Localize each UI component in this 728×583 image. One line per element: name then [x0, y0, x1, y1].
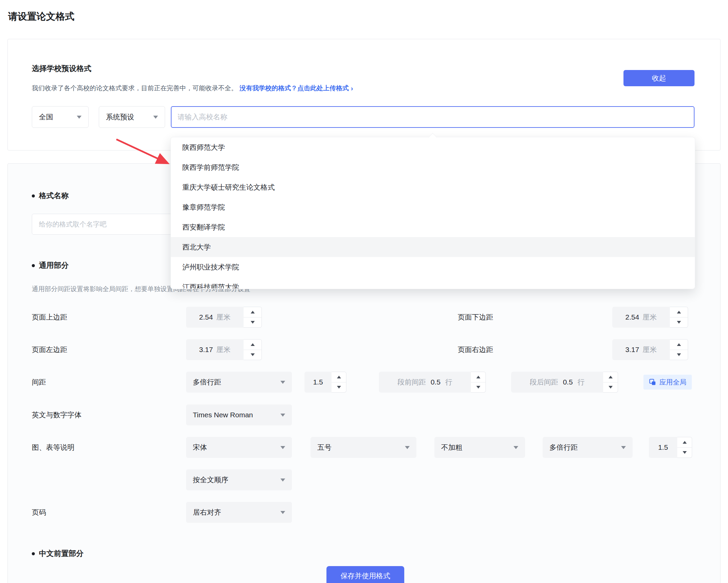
stepper-up-icon[interactable]: [244, 340, 261, 350]
stepper-down-icon[interactable]: [471, 382, 485, 393]
stepper-up-icon[interactable]: [670, 340, 688, 350]
general-heading-text: 通用部分: [39, 260, 69, 271]
space-after-number: 0.5: [563, 378, 573, 386]
source-filter-select[interactable]: 系统预设: [99, 106, 165, 128]
space-before-value[interactable]: 段前间距 0.5 行: [379, 372, 471, 393]
apply-global-button[interactable]: 应用全局: [643, 375, 692, 390]
caption-line-value[interactable]: 1.5: [649, 437, 677, 458]
school-option[interactable]: 江西科技师范大学: [171, 277, 695, 288]
page-number-label: 页码: [32, 502, 46, 523]
format-name-heading: 格式名称: [32, 191, 69, 201]
page-number-align-select[interactable]: 居右对齐: [186, 502, 292, 523]
caption-line-number: 1.5: [658, 443, 668, 451]
school-option[interactable]: 重庆大学硕士研究生论文格式: [171, 177, 695, 197]
caption-numbering-select[interactable]: 按全文顺序: [186, 469, 292, 490]
margin-left-unit: 厘米: [216, 345, 230, 354]
margin-right-unit: 厘米: [642, 345, 657, 354]
margin-left-number: 3.17: [199, 346, 213, 354]
stepper-down-icon[interactable]: [670, 318, 688, 328]
stepper-up-icon[interactable]: [471, 372, 485, 382]
margin-left-value[interactable]: 3.17 厘米: [186, 339, 244, 360]
chevron-down-icon: [153, 116, 158, 119]
chinese-front-heading: 中文前置部分: [32, 549, 84, 559]
preset-heading: 选择学校预设格式: [32, 64, 91, 74]
caption-line-value-control: 1.5: [649, 437, 692, 458]
margin-right-stepper: [670, 339, 688, 360]
line-spacing-mode-value: 多倍行距: [193, 377, 221, 387]
caption-font-select[interactable]: 宋体: [186, 437, 292, 458]
preset-card: 选择学校预设格式 我们收录了各个高校的论文格式要求，目前正在完善中，可能收录不全…: [7, 39, 721, 150]
caption-line-spacing-select[interactable]: 多倍行距: [543, 437, 633, 458]
margin-top-control: 2.54 厘米: [186, 307, 262, 328]
chevron-down-icon: [280, 381, 285, 384]
stepper-up-icon[interactable]: [244, 307, 261, 318]
margin-left-stepper: [244, 339, 262, 360]
general-section-heading: 通用部分: [32, 260, 69, 271]
page-title: 请设置论文格式: [8, 10, 74, 23]
margin-right-number: 3.17: [625, 346, 639, 354]
margin-bottom-unit: 厘米: [642, 312, 657, 322]
margin-right-label: 页面右边距: [458, 339, 493, 360]
margin-right-value[interactable]: 3.17 厘米: [612, 339, 670, 360]
stepper-up-icon[interactable]: [677, 437, 692, 448]
margin-top-value[interactable]: 2.54 厘米: [186, 307, 244, 328]
latin-font-value: Times New Roman: [193, 411, 253, 419]
space-before-label: 段前间距: [397, 377, 426, 387]
stepper-down-icon[interactable]: [244, 318, 261, 328]
caption-line-stepper: [677, 437, 692, 458]
margin-top-label: 页面上边距: [32, 307, 67, 328]
caption-label: 图、表等说明: [32, 437, 74, 458]
region-filter-select[interactable]: 全国: [32, 106, 89, 128]
stepper-down-icon[interactable]: [603, 382, 618, 393]
caption-weight-select[interactable]: 不加粗: [434, 437, 525, 458]
bullet-icon: [32, 264, 35, 267]
chevron-down-icon: [77, 116, 82, 119]
caption-size-value: 五号: [317, 443, 332, 452]
space-after-value[interactable]: 段后间距 0.5 行: [511, 372, 603, 393]
chevron-right-icon: ›: [351, 85, 353, 92]
stepper-up-icon[interactable]: [332, 372, 346, 382]
school-option[interactable]: 泸州职业技术学院: [171, 257, 695, 277]
caption-font-value: 宋体: [193, 443, 207, 452]
line-spacing-mode-select[interactable]: 多倍行距: [186, 372, 292, 393]
margin-bottom-control: 2.54 厘米: [612, 307, 688, 328]
chevron-down-icon: [514, 446, 518, 449]
school-dropdown-panel: 陕西师范大学 陕西学前师范学院 重庆大学硕士研究生论文格式 豫章师范学院 西安翻…: [170, 137, 695, 289]
stepper-down-icon[interactable]: [332, 382, 346, 393]
school-option-highlighted[interactable]: 西北大学: [171, 237, 695, 257]
save-and-use-button[interactable]: 保存并使用格式: [326, 566, 404, 583]
caption-line-spacing-value: 多倍行距: [549, 443, 578, 452]
caption-size-select[interactable]: 五号: [311, 437, 416, 458]
school-option[interactable]: 西安翻译学院: [171, 217, 695, 237]
collapse-button[interactable]: 收起: [623, 70, 695, 86]
school-search-input[interactable]: [171, 106, 695, 128]
upload-format-link[interactable]: 没有我学校的格式？点击此处上传格式: [240, 84, 349, 93]
space-before-control: 段前间距 0.5 行: [379, 372, 486, 393]
line-spacing-stepper: [332, 372, 346, 393]
chevron-down-icon: [405, 446, 410, 449]
margin-bottom-value[interactable]: 2.54 厘米: [612, 307, 670, 328]
region-filter-value: 全国: [39, 112, 53, 122]
school-dropdown-list: 陕西师范大学 陕西学前师范学院 重庆大学硕士研究生论文格式 豫章师范学院 西安翻…: [171, 137, 695, 288]
stepper-down-icon[interactable]: [677, 448, 692, 458]
space-after-label: 段后间距: [530, 377, 558, 387]
margin-bottom-stepper: [670, 307, 688, 328]
caption-weight-value: 不加粗: [441, 443, 462, 452]
source-filter-value: 系统预设: [106, 112, 134, 122]
stepper-up-icon[interactable]: [670, 307, 688, 318]
line-spacing-value[interactable]: 1.5: [304, 372, 332, 393]
school-option[interactable]: 陕西师范大学: [171, 137, 695, 157]
bullet-icon: [32, 194, 35, 197]
chevron-down-icon: [280, 511, 285, 514]
school-option[interactable]: 豫章师范学院: [171, 197, 695, 217]
margin-top-unit: 厘米: [216, 312, 230, 322]
stepper-down-icon[interactable]: [670, 350, 688, 360]
school-option[interactable]: 陕西学前师范学院: [171, 157, 695, 177]
page-number-align-value: 居右对齐: [193, 508, 221, 517]
latin-font-select[interactable]: Times New Roman: [186, 404, 292, 425]
stepper-down-icon[interactable]: [244, 350, 261, 360]
apply-global-label: 应用全局: [659, 378, 686, 387]
margin-right-control: 3.17 厘米: [612, 339, 688, 360]
stepper-up-icon[interactable]: [603, 372, 618, 382]
annotation-arrow: [112, 136, 174, 168]
